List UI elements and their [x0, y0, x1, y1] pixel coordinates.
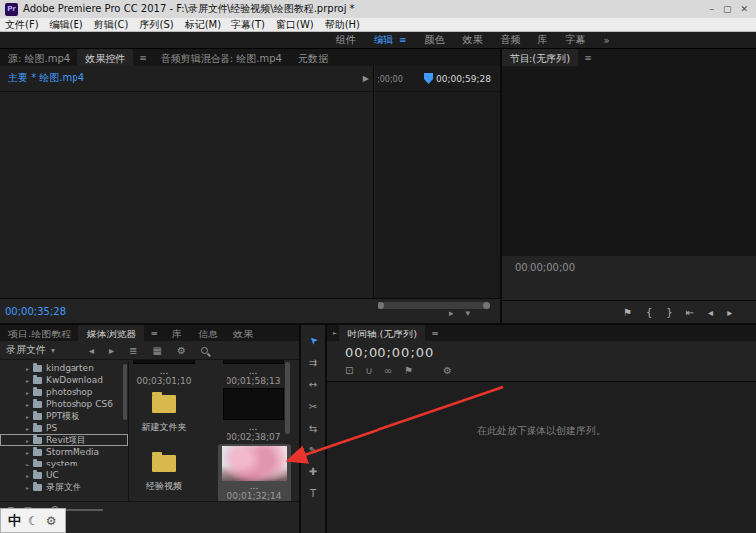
- track-select-forward-tool[interactable]: ⇉: [305, 356, 321, 369]
- media-item-folder-experience[interactable]: 经验视频: [132, 446, 196, 491]
- tab-effects[interactable]: 效果: [226, 325, 261, 341]
- minimize-button[interactable]: –: [709, 4, 714, 14]
- search-icon[interactable]: [201, 347, 208, 354]
- tree-item-photoshop-cs6[interactable]: ▸Photoshop CS6: [0, 398, 128, 410]
- directory-dropdown[interactable]: 录屏文件: [6, 343, 46, 357]
- workspace-overflow-icon[interactable]: »: [604, 35, 610, 46]
- program-current-timecode[interactable]: 00;00;00;00: [515, 262, 575, 273]
- tab-media-browser[interactable]: 媒体浏览器: [78, 325, 144, 341]
- ime-language-indicator[interactable]: 中: [8, 512, 21, 530]
- step-back-icon[interactable]: ◂: [708, 307, 713, 318]
- tab-program-monitor[interactable]: 节目:(无序列): [502, 49, 578, 66]
- menu-file[interactable]: 文件(F): [5, 18, 39, 32]
- list-view-icon[interactable]: ≣: [129, 345, 137, 356]
- workspace-tab-effects[interactable]: 效果: [463, 33, 483, 47]
- snap-icon[interactable]: ∪: [365, 365, 372, 376]
- current-timecode[interactable]: 00;00;35;28: [5, 306, 66, 317]
- mark-out-icon[interactable]: }: [666, 307, 672, 318]
- workspace-tab-captions[interactable]: 字幕: [566, 33, 586, 47]
- timeline-view-toggle-icon[interactable]: ▶: [363, 74, 369, 83]
- chevron-right-icon[interactable]: ▸: [26, 449, 29, 456]
- chevron-right-icon[interactable]: ▸: [26, 437, 29, 444]
- workspace-tab-libraries[interactable]: 库: [538, 33, 548, 47]
- razor-tool[interactable]: ✂: [305, 400, 321, 413]
- nest-sequence-icon[interactable]: ⊡: [345, 365, 353, 376]
- maximize-button[interactable]: ▢: [723, 4, 732, 14]
- grid-scrollbar[interactable]: [285, 362, 290, 434]
- pen-tool[interactable]: ✎: [305, 444, 321, 457]
- menu-window[interactable]: 窗口(W): [276, 18, 314, 32]
- tab-libraries[interactable]: 库: [164, 325, 190, 341]
- ingest-settings-icon[interactable]: ⚙: [177, 345, 186, 356]
- panel-menu-icon[interactable]: ≡: [133, 49, 153, 66]
- chevron-right-icon[interactable]: ▸: [26, 389, 29, 396]
- menu-clip[interactable]: 剪辑(C): [94, 18, 129, 32]
- mini-timeline-ruler[interactable]: ;00;00 00;00;59;28: [375, 66, 500, 92]
- chevron-right-icon[interactable]: ▸: [26, 413, 29, 420]
- zoom-handle-right[interactable]: [483, 302, 490, 309]
- type-tool[interactable]: T: [305, 487, 321, 500]
- chevron-right-icon[interactable]: ▸: [26, 484, 29, 491]
- workspace-menu-icon[interactable]: ≡: [399, 35, 407, 45]
- mark-in-icon[interactable]: {: [646, 307, 652, 318]
- tree-item-stormmedia[interactable]: ▸StormMedia: [0, 446, 128, 458]
- tree-item-system[interactable]: ▸system: [0, 458, 128, 469]
- ime-mode-icon[interactable]: ☾: [28, 514, 39, 528]
- media-item-clip-2[interactable]: ... 00;01;58;13: [222, 360, 285, 386]
- ripple-edit-tool[interactable]: ↔: [305, 378, 321, 391]
- close-button[interactable]: ✕: [740, 4, 748, 14]
- playhead-marker[interactable]: [424, 73, 433, 84]
- tab-metadata[interactable]: 元数据: [290, 49, 336, 66]
- hand-tool[interactable]: ✚: [305, 466, 321, 478]
- media-item-folder-new[interactable]: 新建文件夹: [132, 386, 196, 432]
- tree-item-kindgarten[interactable]: ▸kindgarten: [0, 362, 128, 374]
- menu-edit[interactable]: 编辑(E): [50, 18, 83, 32]
- chevron-right-icon[interactable]: ▸: [26, 472, 29, 479]
- workspace-tab-color[interactable]: 颜色: [425, 33, 445, 47]
- forward-icon[interactable]: ▸: [109, 345, 114, 356]
- tab-scroll-icon[interactable]: ▸: [327, 325, 339, 341]
- workspace-tab-assembly[interactable]: 组件: [336, 33, 356, 47]
- panel-menu-icon[interactable]: ≡: [578, 49, 598, 66]
- panel-menu-icon[interactable]: ≡: [425, 325, 445, 341]
- go-to-in-icon[interactable]: ⇤: [686, 307, 694, 318]
- linked-selection-icon[interactable]: ∞: [384, 365, 392, 376]
- tree-scrollbar[interactable]: [123, 364, 127, 420]
- chevron-right-icon[interactable]: ▸: [26, 365, 29, 372]
- zoom-handle-left[interactable]: [378, 302, 384, 309]
- ime-settings-icon[interactable]: ⚙: [46, 514, 57, 528]
- menu-sequence[interactable]: 序列(S): [139, 18, 173, 32]
- thumbnail-view-icon[interactable]: ▦: [152, 345, 161, 356]
- menu-help[interactable]: 帮助(H): [325, 18, 360, 32]
- selection-tool[interactable]: ➤: [305, 334, 321, 347]
- chevron-down-icon[interactable]: ▾: [51, 346, 55, 355]
- tab-source-monitor[interactable]: 源: 绘图.mp4: [0, 49, 77, 66]
- tab-timeline[interactable]: 时间轴:(无序列): [339, 325, 425, 341]
- tab-info[interactable]: 信息: [190, 325, 226, 341]
- chevron-right-icon[interactable]: ▸: [26, 425, 29, 432]
- tab-effect-controls[interactable]: 效果控件: [77, 49, 133, 66]
- tree-item-ps[interactable]: ▸PS: [0, 422, 128, 434]
- chevron-right-icon[interactable]: ▸: [26, 461, 29, 467]
- timeline-track-area[interactable]: 在此处放下媒体以创建序列。: [327, 381, 756, 533]
- add-marker-icon[interactable]: ⚑: [404, 365, 413, 376]
- timeline-settings-icon[interactable]: ⚙: [443, 365, 452, 376]
- timeline-current-timecode[interactable]: 00;00;00;00: [345, 345, 434, 360]
- menu-title[interactable]: 字幕(T): [231, 18, 265, 32]
- tree-item-photoshop[interactable]: ▸photoshop: [0, 386, 128, 398]
- panel-menu-icon[interactable]: ≡: [144, 325, 164, 341]
- slip-tool[interactable]: ⇆: [305, 422, 321, 435]
- tree-item-ppt-template[interactable]: ▸PPT模板: [0, 410, 128, 422]
- tree-item-luping[interactable]: ▸录屏文件: [0, 481, 128, 493]
- media-item-clip-selected[interactable]: ... 00;01;32;14: [218, 444, 291, 501]
- play-clip-icon[interactable]: ▸: [449, 308, 454, 318]
- tab-project[interactable]: 项目:绘图教程: [0, 325, 78, 341]
- add-marker-icon[interactable]: ⚑: [623, 307, 632, 318]
- tree-item-kwdownload[interactable]: ▸KwDownload: [0, 374, 128, 386]
- media-item-clip-1[interactable]: ... 00;03;01;10: [132, 360, 196, 386]
- horizontal-zoom-scrollbar[interactable]: [378, 302, 490, 309]
- more-options-icon[interactable]: ▾: [465, 308, 470, 318]
- media-item-clip-3[interactable]: ... 00;02;38;07: [222, 386, 285, 442]
- play-icon[interactable]: ▸: [727, 307, 732, 318]
- tab-audio-clip-mixer[interactable]: 音频剪辑混合器: 绘图.mp4: [153, 49, 290, 66]
